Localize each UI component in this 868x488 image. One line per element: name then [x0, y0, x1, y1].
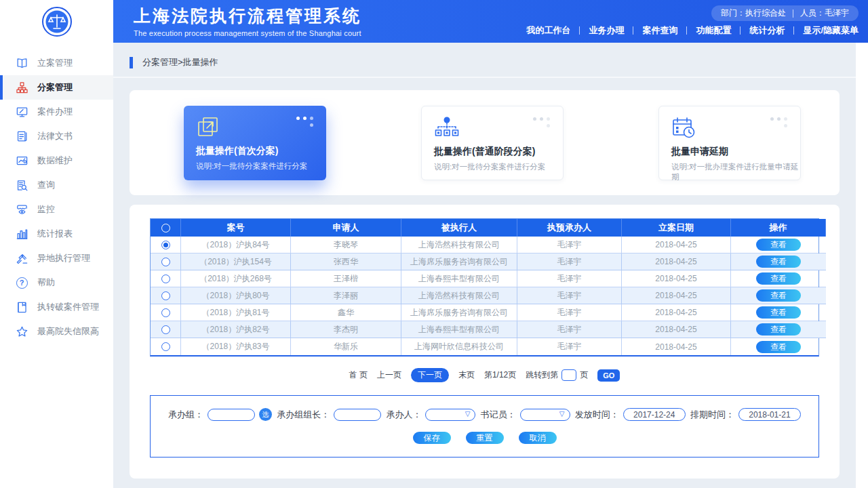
sidebar-item-legal-documents[interactable]: 法律文书: [0, 124, 113, 148]
sidebar-item-case-filing[interactable]: 立案管理: [0, 51, 113, 75]
field-issue-date: 发放时间： 2017-12-24: [575, 408, 686, 421]
row-radio[interactable]: [161, 291, 170, 300]
card-batch-extension-request[interactable]: 批量申请延期 说明:对一批办理案件进行批量申请延期: [658, 106, 801, 180]
clerk-select[interactable]: ▽: [520, 409, 570, 421]
cell-filing-date: 2018-04-25: [622, 338, 731, 355]
sidebar-item-help[interactable]: ? 帮助: [0, 270, 113, 295]
sidebar-item-label: 异地执行管理: [37, 252, 90, 264]
schedule-date-picker[interactable]: 2018-01-21: [738, 408, 801, 421]
pagination-last[interactable]: 末页: [458, 369, 475, 381]
pagination-next[interactable]: 下一页: [411, 368, 449, 382]
court-logo: [0, 0, 113, 43]
cell-handler: 毛泽宇: [517, 287, 622, 304]
pagination-jump: 跳转到第 页: [526, 369, 588, 381]
header-bar: 上海法院执行流程管理系统 The execution process manag…: [113, 0, 868, 43]
jump-prefix-label: 跳转到第: [526, 369, 558, 381]
cell-respondent: 上海浩然科技有限公司: [401, 287, 517, 304]
card-batch-stage-assignment[interactable]: 批量操作(普通阶段分案) 说明:对一批待分案案件进行分案: [421, 106, 564, 180]
nav-item-business[interactable]: 业务办理: [589, 24, 624, 37]
pagination-first[interactable]: 首 页: [349, 369, 368, 381]
cancel-button[interactable]: 取消: [519, 432, 557, 444]
handling-group-input[interactable]: [208, 409, 255, 421]
table-row: （2018）沪执84号 李晓琴 上海浩然科技有限公司 毛泽宇 2018-04-2…: [151, 237, 818, 253]
field-handling-group: 承办组： 选: [168, 408, 272, 421]
sidebar-item-bankruptcy-cases[interactable]: 执转破案件管理: [0, 295, 113, 319]
cell-case-no: （2018）沪执84号: [181, 237, 291, 253]
cell-handler: 毛泽宇: [517, 253, 622, 270]
sidebar-item-label: 帮助: [37, 277, 55, 289]
card-batch-first-assignment[interactable]: 批量操作(首次分案) 说明:对一批待分案案件进行分案: [184, 106, 326, 180]
nav-item-statistics[interactable]: 统计分析: [749, 24, 785, 37]
row-radio[interactable]: [161, 274, 170, 283]
clerk-label: 书记员：: [481, 409, 516, 421]
group-leader-input[interactable]: [334, 409, 381, 421]
reset-button[interactable]: 重置: [466, 432, 504, 444]
notebook-icon: [15, 300, 28, 314]
select-all-radio[interactable]: [161, 224, 170, 232]
row-radio[interactable]: [161, 342, 170, 351]
top-header: 上海法院执行流程管理系统 The execution process manag…: [0, 0, 868, 43]
breadcrumb-marker: [130, 57, 133, 68]
card-menu-dots-icon[interactable]: [533, 117, 552, 129]
view-button[interactable]: 查看: [756, 272, 801, 285]
case-table: 案号 申请人 被执行人 执预承办人 立案日期 操作 （2018）沪执84号 李晓…: [150, 218, 819, 357]
save-button[interactable]: 保存: [413, 432, 451, 444]
card-description: 说明:对一批待分案案件进行分案: [196, 161, 307, 171]
row-radio[interactable]: [161, 258, 170, 266]
sidebar-item-label: 监控: [37, 203, 55, 216]
handler-select[interactable]: ▽: [425, 409, 475, 421]
view-button[interactable]: 查看: [756, 341, 801, 353]
document-icon: [15, 129, 28, 143]
sidebar-item-data-maintenance[interactable]: 数据维护: [0, 148, 113, 173]
row-radio[interactable]: [161, 308, 170, 317]
gavel-icon: [15, 251, 28, 265]
nav-item-toggle-menu[interactable]: 显示/隐藏菜单: [803, 24, 859, 37]
jump-page-input[interactable]: [561, 369, 576, 381]
export-squares-icon: [196, 115, 223, 140]
breadcrumb-text: 分案管理>批量操作: [142, 56, 218, 68]
chevron-down-icon: ▽: [465, 410, 471, 418]
sidebar-item-statistical-reports[interactable]: 统计报表: [0, 222, 113, 246]
sidebar-item-label: 数据维护: [37, 155, 73, 167]
cell-respondent: 上海网叶欣信息科技公司: [401, 338, 517, 355]
card-menu-dots-icon[interactable]: [770, 117, 789, 129]
view-button[interactable]: 查看: [756, 306, 801, 319]
sidebar-item-case-handling[interactable]: 案件办理: [0, 100, 113, 124]
sidebar-item-label: 立案管理: [37, 57, 73, 69]
cell-applicant: 张西华: [291, 253, 401, 270]
cell-applicant: 李杰明: [291, 321, 401, 338]
table-row: （2018）沪执83号 华新乐 上海网叶欣信息科技公司 毛泽宇 2018-04-…: [151, 338, 818, 355]
column-header-filing-date: 立案日期: [622, 219, 731, 237]
cell-filing-date: 2018-04-25: [622, 304, 731, 321]
cell-applicant: 华新乐: [291, 338, 401, 355]
row-radio[interactable]: [161, 241, 170, 249]
choose-group-button[interactable]: 选: [259, 408, 272, 421]
view-button[interactable]: 查看: [756, 239, 801, 251]
sidebar-item-monitoring[interactable]: 监控: [0, 197, 113, 222]
row-radio[interactable]: [161, 325, 170, 334]
view-button[interactable]: 查看: [756, 323, 801, 336]
sidebar-item-remote-execution[interactable]: 异地执行管理: [0, 246, 113, 270]
nav-item-workbench[interactable]: 我的工作台: [526, 24, 570, 37]
sidebar-item-dishonesty-restriction[interactable]: 最高院失信限高: [0, 319, 113, 344]
schedule-date-label: 排期时间：: [690, 409, 734, 421]
card-title: 批量操作(普通阶段分案): [434, 146, 535, 158]
sidebar-item-query[interactable]: 查询: [0, 173, 113, 197]
sidebar-item-case-assignment[interactable]: 分案管理: [0, 75, 113, 100]
cell-respondent: 上海春熙丰型有限公司: [401, 321, 517, 338]
table-body: （2018）沪执84号 李晓琴 上海浩然科技有限公司 毛泽宇 2018-04-2…: [151, 237, 818, 355]
pagination-prev[interactable]: 上一页: [377, 369, 401, 381]
field-group-leader: 承办组组长：: [277, 409, 381, 421]
department-label: 部门：执行综合处: [721, 7, 786, 19]
cell-applicant: 李晓琴: [291, 237, 401, 253]
nav-divider: [686, 26, 687, 35]
case-list-panel: 案号 申请人 被执行人 执预承办人 立案日期 操作 （2018）沪执84号 李晓…: [130, 205, 840, 479]
view-button[interactable]: 查看: [756, 289, 801, 302]
issue-date-picker[interactable]: 2017-12-24: [623, 408, 686, 421]
go-button[interactable]: GO: [597, 369, 620, 382]
nav-item-config[interactable]: 功能配置: [696, 24, 731, 37]
nav-item-case-query[interactable]: 案件查询: [642, 24, 677, 37]
assignment-form: 承办组： 选 承办组组长： 承办人： ▽ 书记员： ▽: [150, 395, 819, 458]
view-button[interactable]: 查看: [756, 256, 801, 268]
card-menu-dots-icon[interactable]: [296, 117, 315, 129]
